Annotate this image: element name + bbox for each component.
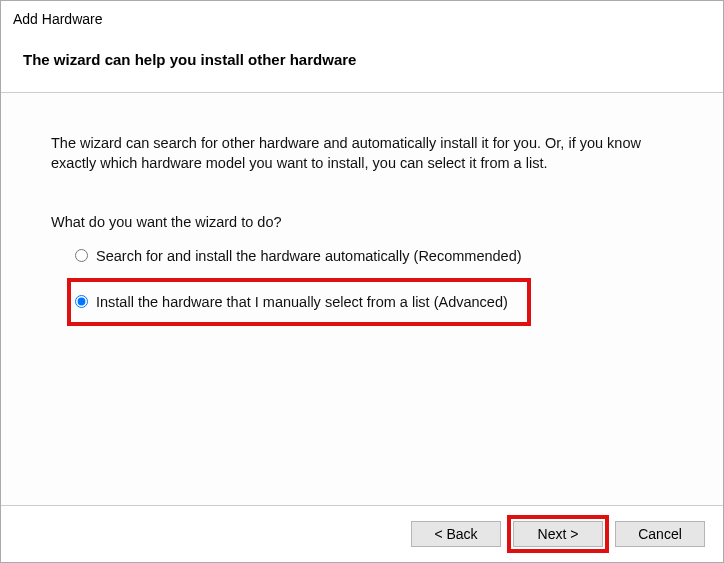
radio-option-manual[interactable]: Install the hardware that I manually sel… <box>69 280 529 324</box>
window-title: Add Hardware <box>13 11 711 27</box>
prompt-text: What do you want the wizard to do? <box>51 214 673 230</box>
wizard-footer: < Back Next > Cancel <box>1 506 723 562</box>
radio-input-auto[interactable] <box>75 249 88 262</box>
wizard-subtitle: The wizard can help you install other ha… <box>23 51 711 68</box>
radio-input-manual[interactable] <box>75 295 88 308</box>
next-button[interactable]: Next > <box>513 521 603 547</box>
next-button-highlight: Next > <box>511 519 605 549</box>
wizard-header: Add Hardware The wizard can help you ins… <box>1 1 723 92</box>
radio-label-manual: Install the hardware that I manually sel… <box>96 294 508 310</box>
add-hardware-wizard: Add Hardware The wizard can help you ins… <box>0 0 724 563</box>
wizard-content: The wizard can search for other hardware… <box>1 92 723 506</box>
radio-label-auto: Search for and install the hardware auto… <box>96 248 522 264</box>
install-mode-radio-group: Search for and install the hardware auto… <box>75 244 673 324</box>
intro-text: The wizard can search for other hardware… <box>51 133 673 174</box>
radio-option-auto[interactable]: Search for and install the hardware auto… <box>75 244 673 268</box>
back-button[interactable]: < Back <box>411 521 501 547</box>
cancel-button[interactable]: Cancel <box>615 521 705 547</box>
